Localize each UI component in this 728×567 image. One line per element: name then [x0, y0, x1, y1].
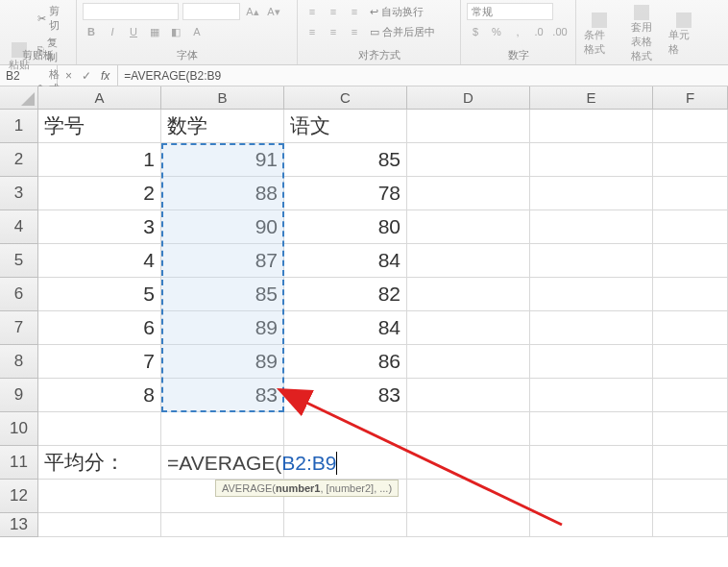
- row-header-5[interactable]: 5: [0, 244, 38, 278]
- row-header-9[interactable]: 9: [0, 379, 38, 412]
- cell-b7[interactable]: 89: [161, 311, 284, 345]
- cell-e9[interactable]: [530, 379, 653, 412]
- row-header-3[interactable]: 3: [0, 177, 38, 210]
- border-button[interactable]: ▦: [146, 23, 163, 40]
- align-right-button[interactable]: ≡: [346, 23, 363, 40]
- cell-e4[interactable]: [530, 210, 653, 244]
- cell-e13[interactable]: [530, 513, 653, 537]
- fx-button[interactable]: fx: [101, 69, 109, 83]
- cell-c13[interactable]: [284, 513, 407, 537]
- cell-f12[interactable]: [653, 480, 728, 513]
- cell-c6[interactable]: 82: [284, 278, 407, 311]
- cell-d1[interactable]: [407, 110, 530, 143]
- cell-d6[interactable]: [407, 278, 530, 311]
- cell-e5[interactable]: [530, 244, 653, 278]
- merge-center-button[interactable]: ▭ 合并后居中: [367, 24, 438, 40]
- cell-f7[interactable]: [653, 311, 728, 345]
- cell-c7[interactable]: 84: [284, 311, 407, 345]
- cell-a13[interactable]: [38, 513, 161, 537]
- comma-button[interactable]: ,: [509, 23, 526, 40]
- cell-a5[interactable]: 4: [38, 244, 161, 278]
- cell-d5[interactable]: [407, 244, 530, 278]
- increase-font-button[interactable]: A▴: [244, 3, 261, 20]
- decrease-decimal-button[interactable]: .00: [551, 23, 569, 40]
- row-header-7[interactable]: 7: [0, 311, 38, 345]
- cell-d3[interactable]: [407, 177, 530, 210]
- select-all-corner[interactable]: [0, 86, 38, 110]
- cell-c1[interactable]: 语文: [284, 110, 407, 143]
- align-center-button[interactable]: ≡: [325, 23, 342, 40]
- cell-a2[interactable]: 1: [38, 143, 161, 177]
- font-family-select[interactable]: [83, 3, 179, 20]
- col-header-b[interactable]: B: [161, 86, 284, 110]
- cell-d8[interactable]: [407, 345, 530, 379]
- col-header-f[interactable]: F: [653, 86, 728, 110]
- row-header-12[interactable]: 12: [0, 480, 38, 513]
- cell-e3[interactable]: [530, 177, 653, 210]
- cell-d9[interactable]: [407, 379, 530, 412]
- increase-decimal-button[interactable]: .0: [530, 23, 547, 40]
- cell-e11[interactable]: [530, 446, 653, 480]
- cell-a8[interactable]: 7: [38, 345, 161, 379]
- cell-e2[interactable]: [530, 143, 653, 177]
- cell-f8[interactable]: [653, 345, 728, 379]
- row-header-13[interactable]: 13: [0, 513, 38, 537]
- cell-e10[interactable]: [530, 412, 653, 446]
- fill-color-button[interactable]: ◧: [167, 23, 184, 40]
- cell-a7[interactable]: 6: [38, 311, 161, 345]
- align-middle-button[interactable]: ≡: [325, 3, 342, 20]
- row-header-6[interactable]: 6: [0, 278, 38, 311]
- cell-f4[interactable]: [653, 210, 728, 244]
- cell-b3[interactable]: 88: [161, 177, 284, 210]
- cell-d2[interactable]: [407, 143, 530, 177]
- cell-e1[interactable]: [530, 110, 653, 143]
- cell-f13[interactable]: [653, 513, 728, 537]
- align-top-button[interactable]: ≡: [303, 3, 321, 20]
- cell-f11[interactable]: [653, 446, 728, 480]
- cell-f2[interactable]: [653, 143, 728, 177]
- cell-f10[interactable]: [653, 412, 728, 446]
- cell-c4[interactable]: 80: [284, 210, 407, 244]
- cell-a12[interactable]: [38, 480, 161, 513]
- bold-button[interactable]: B: [83, 23, 100, 40]
- italic-button[interactable]: I: [104, 23, 121, 40]
- cell-a10[interactable]: [38, 412, 161, 446]
- conditional-format-button[interactable]: 条件格式: [582, 3, 617, 65]
- cell-e12[interactable]: [530, 480, 653, 513]
- font-size-select[interactable]: [182, 3, 240, 20]
- row-header-8[interactable]: 8: [0, 345, 38, 379]
- row-header-4[interactable]: 4: [0, 210, 38, 244]
- decrease-font-button[interactable]: A▾: [265, 3, 282, 20]
- cell-d10[interactable]: [407, 412, 530, 446]
- cell-c5[interactable]: 84: [284, 244, 407, 278]
- cell-d4[interactable]: [407, 210, 530, 244]
- row-header-11[interactable]: 11: [0, 446, 38, 480]
- formula-input[interactable]: =AVERAGE(B2:B9: [118, 65, 728, 86]
- cell-c10[interactable]: [284, 412, 407, 446]
- cell-c8[interactable]: 86: [284, 345, 407, 379]
- cell-f1[interactable]: [653, 110, 728, 143]
- cell-b8[interactable]: 89: [161, 345, 284, 379]
- row-header-1[interactable]: 1: [0, 110, 38, 143]
- col-header-a[interactable]: A: [38, 86, 161, 110]
- align-left-button[interactable]: ≡: [303, 23, 321, 40]
- cell-styles-button[interactable]: 单元格: [667, 3, 701, 65]
- cell-b9[interactable]: 83: [161, 379, 284, 412]
- col-header-c[interactable]: C: [284, 86, 407, 110]
- cell-f6[interactable]: [653, 278, 728, 311]
- cell-f9[interactable]: [653, 379, 728, 412]
- table-format-button[interactable]: 套用 表格格式: [624, 3, 659, 65]
- cell-b2[interactable]: 91: [161, 143, 284, 177]
- formula-editing-overlay[interactable]: =AVERAGE(B2:B9: [161, 446, 337, 480]
- cell-d13[interactable]: [407, 513, 530, 537]
- cell-e7[interactable]: [530, 311, 653, 345]
- cell-c3[interactable]: 78: [284, 177, 407, 210]
- cell-c9[interactable]: 83: [284, 379, 407, 412]
- cell-a9[interactable]: 8: [38, 379, 161, 412]
- cell-b6[interactable]: 85: [161, 278, 284, 311]
- underline-button[interactable]: U: [125, 23, 142, 40]
- cell-b13[interactable]: [161, 513, 284, 537]
- col-header-e[interactable]: E: [530, 86, 653, 110]
- align-bottom-button[interactable]: ≡: [346, 3, 363, 20]
- cut-button[interactable]: ✂ 剪切: [35, 3, 70, 34]
